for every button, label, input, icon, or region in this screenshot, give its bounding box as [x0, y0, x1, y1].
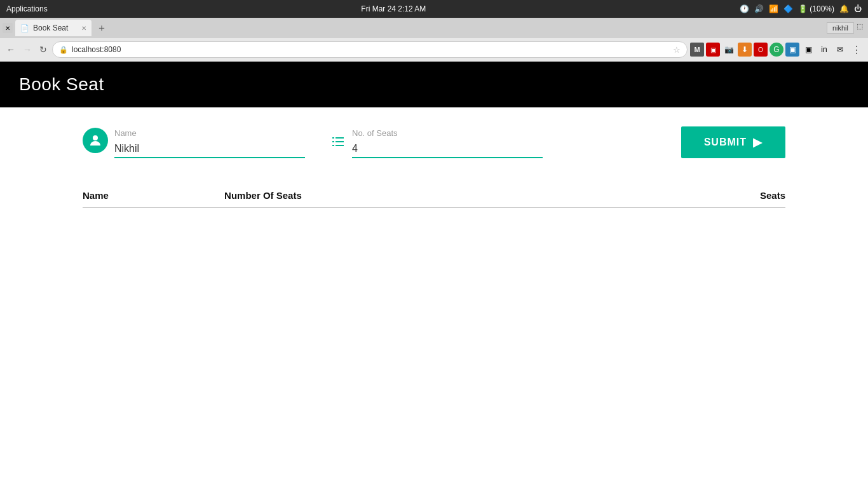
ext-opera-icon[interactable]: O	[754, 43, 768, 57]
os-wifi-icon: 📶	[769, 4, 778, 13]
avatar-icon	[83, 128, 108, 153]
seats-input[interactable]	[352, 140, 543, 158]
browser-toolbar: M ▣ 📷 ⬇ O G ▣ ▣ in ✉ ⋮	[690, 43, 864, 57]
os-power-icon: ⏻	[854, 4, 862, 13]
os-applications-label[interactable]: Applications	[6, 4, 48, 13]
tab-page-icon: 📄	[20, 24, 29, 32]
fullscreen-icon: ⬚	[857, 22, 863, 34]
page-content: Book Seat Name	[0, 62, 868, 488]
table-area: Name Number Of Seats Seats	[0, 177, 868, 214]
ext-red-icon[interactable]: ▣	[706, 43, 720, 57]
form-area: Name No. of Seats	[0, 107, 868, 177]
svg-rect-4	[336, 141, 344, 142]
name-input[interactable]	[114, 140, 305, 158]
back-button[interactable]: ←	[4, 43, 18, 56]
url-text: localhost:8080	[72, 45, 669, 54]
address-bar-row: ← → ↻ 🔒 localhost:8080 ☆ M ▣ 📷 ⬇ O G ▣ ▣…	[0, 38, 868, 61]
app-header: Book Seat	[0, 62, 868, 107]
os-alarm-icon: 🕐	[740, 4, 749, 13]
app-title: Book Seat	[19, 74, 104, 94]
seats-form-group: No. of Seats	[330, 128, 543, 158]
bookmark-icon[interactable]: ☆	[673, 45, 681, 55]
security-icon: 🔒	[59, 46, 68, 54]
os-notification-icon: 🔔	[839, 4, 849, 13]
ext-mail-icon[interactable]: ✉	[833, 43, 847, 57]
user-badge: nikhil	[827, 22, 854, 34]
submit-arrow-icon: ▶	[753, 135, 763, 149]
os-bar: Applications Fri Mar 24 2:12 AM 🕐 🔊 📶 🔷 …	[0, 0, 868, 18]
new-tab-button[interactable]: ＋	[94, 20, 109, 36]
os-volume-icon: 🔊	[754, 4, 764, 13]
ext-dark1-icon[interactable]: ▣	[801, 43, 815, 57]
reload-button[interactable]: ↻	[37, 43, 50, 56]
os-bluetooth-icon: 🔷	[783, 4, 793, 13]
address-bar[interactable]: 🔒 localhost:8080 ☆	[52, 41, 688, 58]
bookings-table: Name Number Of Seats Seats	[83, 184, 785, 208]
svg-rect-5	[332, 145, 334, 146]
browser-menu-button[interactable]: ⋮	[849, 43, 864, 57]
submit-button[interactable]: SUBMIT ▶	[681, 126, 785, 158]
list-icon	[330, 134, 346, 153]
os-battery-label: 🔋 (100%)	[798, 4, 834, 13]
os-datetime: Fri Mar 24 2:12 AM	[361, 4, 426, 13]
window-controls: nikhil ⬚	[827, 22, 865, 34]
tab-bar: ✕ 📄 Book Seat ✕ ＋ nikhil ⬚	[0, 18, 868, 38]
name-label: Name	[114, 128, 305, 138]
svg-point-0	[93, 135, 98, 140]
os-right-tray: 🕐 🔊 📶 🔷 🔋 (100%) 🔔 ⏻	[740, 4, 862, 13]
browser-chrome: ✕ 📄 Book Seat ✕ ＋ nikhil ⬚ ← → ↻ 🔒 local…	[0, 18, 868, 62]
ext-download-icon[interactable]: ⬇	[738, 43, 752, 57]
seats-field-group: No. of Seats	[352, 128, 543, 158]
ext-blue-icon[interactable]: ▣	[785, 43, 799, 57]
ext-camera-icon[interactable]: 📷	[722, 43, 736, 57]
window-close-button[interactable]: ✕	[3, 23, 13, 33]
seats-label: No. of Seats	[352, 128, 543, 138]
name-form-group: Name	[83, 128, 305, 158]
col-assigned-header: Seats	[646, 184, 785, 208]
ext-g-icon[interactable]: G	[770, 43, 783, 57]
col-name-header: Name	[83, 184, 224, 208]
ext-in-icon[interactable]: in	[817, 43, 831, 57]
ext-m-icon[interactable]: M	[690, 43, 704, 57]
name-field-group: Name	[114, 128, 305, 158]
svg-rect-2	[336, 137, 344, 139]
col-seats-header: Number Of Seats	[224, 184, 646, 208]
svg-rect-6	[336, 145, 344, 146]
table-header-row: Name Number Of Seats Seats	[83, 184, 785, 208]
tab-title: Book Seat	[33, 24, 78, 32]
active-tab[interactable]: 📄 Book Seat ✕	[15, 20, 92, 36]
svg-rect-3	[332, 141, 334, 142]
svg-rect-1	[332, 137, 334, 139]
tab-close-icon[interactable]: ✕	[81, 25, 86, 32]
submit-label: SUBMIT	[704, 137, 747, 148]
forward-button[interactable]: →	[20, 43, 34, 56]
